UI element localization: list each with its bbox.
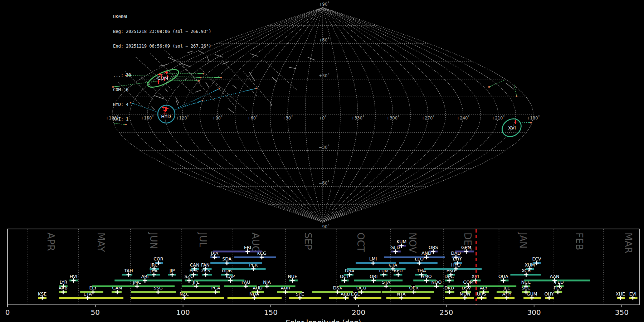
sporadic-meteor-trail [250, 54, 258, 57]
observation-info: UK006L Beg: 20251218 23:08:06 (sol = 266… [113, 5, 214, 131]
shower-code-LYR: LYR [60, 279, 68, 285]
x-axis: 050100150200250300350Solar longitude (de… [5, 305, 629, 322]
activity-bar-PER [222, 268, 266, 270]
activity-bar-SDA [210, 262, 262, 264]
activity-bar-HYD [424, 268, 482, 270]
activity-bar-EGE [354, 297, 381, 299]
activity-bar-ERI [213, 250, 262, 252]
latitude-label: +60˚ [319, 37, 330, 43]
activity-bar-NOO [415, 286, 443, 287]
month-label-JAN: JAN [518, 232, 528, 248]
axis-tick-label: 0 [5, 308, 10, 317]
shower-OHY: OHY [544, 291, 554, 300]
plot-canvas: +180˚+150˚+120˚+90˚+60˚+30˚+0˚+330˚+300˚… [0, 0, 644, 322]
shower-code-EVI: EVI [629, 291, 636, 297]
radiant-map-screen: +180˚+150˚+120˚+90˚+60˚+30˚+0˚+330˚+300˚… [0, 0, 644, 322]
longitude-label: +240˚ [457, 115, 470, 121]
shower-CAN: CAN [190, 262, 200, 271]
activity-bar-AHY [494, 297, 514, 299]
activity-bar-JMC [92, 286, 175, 287]
shower-TAH: TAH [122, 268, 133, 277]
shower-code-FAN: FAN [201, 262, 210, 268]
axis-tick-label: 200 [352, 308, 365, 317]
shower-code-AAN: AAN [550, 274, 560, 279]
longitude-label: +330˚ [351, 115, 364, 121]
x-axis-title: Solar longitude (deg) [286, 318, 361, 322]
longitude-label: +210˚ [492, 115, 505, 121]
axis-tick-label: 350 [615, 308, 629, 317]
count-com: COM: 6 [113, 88, 214, 93]
count-hyd: HYD: 4 [113, 102, 214, 107]
session-end: End: 20251219 06:56:09 (sol = 267.26°) [113, 44, 214, 49]
shower-JIP: JIP [168, 268, 176, 277]
shower-ECV: ECV [532, 256, 541, 265]
shower-code-XHE: XHE [616, 291, 625, 297]
month-label-JUN: JUN [148, 232, 159, 249]
shower-LYR: LYR [59, 279, 68, 288]
axis-tick-label: 300 [527, 308, 541, 317]
separator-line: --------------------------------------- [113, 59, 214, 64]
meteor-radiant-mark [514, 120, 517, 124]
shower-code-CAN: CAN [190, 262, 200, 268]
month-label-SEP: SEP [303, 233, 313, 250]
shower-GEM: GEM [455, 245, 474, 254]
axis-tick-label: 150 [264, 308, 278, 317]
month-label-APR: APR [45, 233, 56, 251]
activity-timeline: APRMAYJUNJULAUGSEPOCTNOVDECJANFEBMARKSEE… [5, 229, 639, 322]
activity-bar-LMI [356, 262, 396, 264]
activity-bar-JPE [182, 286, 220, 287]
shower-code-LMI: LMI [369, 256, 377, 262]
latitude-label: −60˚ [319, 180, 330, 186]
latitude-label: −90˚ [319, 224, 330, 229]
shower-QUA: QUA [498, 274, 508, 283]
meteor-trail [245, 88, 256, 91]
count-sporadic: ...: 30 [113, 73, 214, 78]
station-id: UK006L [113, 15, 214, 20]
longitude-label: +60˚ [247, 115, 258, 121]
meteor-end-dot [530, 122, 532, 124]
activity-bar-SPE [289, 297, 321, 299]
shower-code-ERI: ERI [244, 245, 251, 250]
latitude-label: +30˚ [319, 73, 330, 78]
shower-code-COR: COR [153, 256, 164, 262]
meteor-end-dot [220, 77, 222, 79]
radiant-label-XVI: XVI [508, 125, 516, 131]
shower-code-SDA: SDA [222, 256, 231, 262]
activity-bar-NZC [131, 297, 224, 299]
activity-bar-PAU [224, 286, 257, 287]
longitude-label: +180˚ [527, 115, 540, 121]
month-label-MAR: MAR [623, 233, 634, 253]
shower-KSE: KSE [38, 291, 47, 300]
meteor-trail-extension [222, 60, 258, 97]
shower-code-ORI: ORI [370, 274, 377, 279]
shower-code-OBS: OBS [429, 245, 438, 250]
sporadic-meteor-trail [272, 77, 277, 82]
month-label-NOV: NOV [407, 233, 418, 253]
shower-code-ECV: ECV [532, 256, 541, 262]
activity-bar-AAN [524, 279, 590, 281]
sporadic-meteor-trail [233, 85, 237, 88]
grid-meridian [323, 8, 410, 222]
shower-code-KUM: KUM [396, 239, 406, 244]
activity-bar-ARI [114, 279, 182, 281]
session-begin: Beg: 20251218 23:08:06 (sol = 266.93°) [113, 29, 214, 34]
month-label-FEB: FEB [574, 233, 585, 250]
shower-XCB: XCB [510, 268, 541, 277]
axis-tick-label: 250 [439, 308, 453, 317]
shower-code-KSE: KSE [38, 291, 47, 297]
activity-bar-ETA [59, 297, 123, 299]
shower-EVI: EVI [629, 291, 638, 300]
shower-code-QUA: QUA [498, 274, 508, 279]
activity-bar-NTA [386, 297, 431, 299]
shower-code-JIP: JIP [169, 268, 175, 273]
shower-code-HVI: HVI [70, 274, 78, 279]
sporadic-meteor-trail [308, 57, 315, 60]
activity-bar-OER [382, 291, 434, 293]
meteor-end-dot [219, 88, 220, 90]
activity-bar-MON [445, 297, 474, 299]
latitude-label: −30˚ [319, 145, 330, 150]
shower-OBS: OBS [429, 245, 438, 254]
activity-bar-DSX [312, 291, 353, 293]
axis-tick-label: 100 [176, 308, 190, 317]
activity-bar-CAP [194, 279, 244, 281]
